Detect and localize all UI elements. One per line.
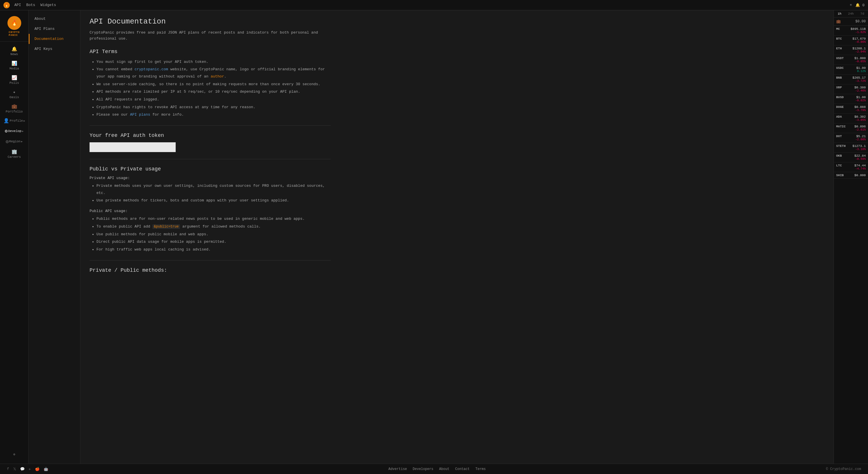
coin-symbol: MC [836, 27, 840, 31]
sidebar-item-profile[interactable]: 👤 Profile ▶ [0, 116, 28, 126]
settings-item[interactable]: ⚙ [12, 450, 17, 459]
coin-change: 0.12% [857, 70, 866, 73]
nav-right: ☀ 🔔 0 [849, 3, 865, 7]
terms-item-3: We use server-side caching, so there is … [96, 81, 325, 88]
nav-api[interactable]: API [14, 3, 21, 7]
public-list: Public methods are for non-user related … [90, 216, 325, 253]
coin-symbol: BTC [836, 37, 842, 40]
coin-price: $0.896 [854, 125, 866, 128]
footer-contact[interactable]: Contact [455, 467, 470, 471]
coin-item-dot[interactable]: DOT $5.21 -2.00% [834, 133, 868, 143]
coin-price: $265.17 [852, 76, 866, 80]
coin-price: $1288.1 [852, 47, 866, 50]
coin-price: $1.000 [854, 57, 866, 60]
sidebar-item-media[interactable]: 📊 Media [0, 58, 28, 72]
time-tab-7d[interactable]: 7d [857, 10, 868, 17]
footer-links: Advertise Developers About Contact Terms [389, 467, 486, 471]
main-layout: 🔥 CRYPTOPANIC 🔔 News 📊 Media 📈 Polls ✦ O… [0, 10, 868, 464]
footer-social: f 𝕏 💬 ✈ 🍎 🤖 [7, 467, 48, 471]
coin-price: $5.21 [856, 134, 866, 138]
coin-item-eth[interactable]: ETH $1288.1 -2.94% [834, 45, 868, 55]
twitter-icon[interactable]: 𝕏 [13, 467, 16, 471]
coin-change: -2.94% [856, 50, 866, 53]
time-tab-24h[interactable]: 24h [845, 10, 857, 17]
intro-text: CryptoPanic provides free and paid JSON … [90, 30, 325, 42]
sidebar-label-oasis: Oasis [9, 96, 19, 99]
coin-item-busd[interactable]: BUSD $1.00 -0.02% [834, 94, 868, 104]
profile-arrow-icon: ▶ [24, 119, 25, 123]
coin-item-usdt[interactable]: USDT $1.000 -0.05% [834, 55, 868, 65]
coin-item-usdc[interactable]: USDC $1.00 0.12% [834, 65, 868, 74]
sidebar-item-careers[interactable]: 🏢 Careers [0, 147, 28, 161]
private-item-2: Use private methods for tickers, bots an… [96, 197, 325, 204]
coin-item-okb[interactable]: OKB $22.84 -0.59% [834, 153, 868, 162]
coin-symbol: STETH [836, 144, 846, 148]
footer-terms[interactable]: Terms [475, 467, 486, 471]
coin-symbol: ETH [836, 47, 842, 50]
coin-price: $895.11B [850, 27, 866, 31]
header-price: $0.00 [856, 20, 866, 24]
footer-developers[interactable]: Developers [413, 467, 433, 471]
divider-1 [90, 125, 331, 126]
footer-advertise[interactable]: Advertise [389, 467, 407, 471]
telegram-icon[interactable]: ✈ [29, 467, 31, 471]
coin-price: $17,679 [852, 37, 866, 40]
subsidebar-api-plans[interactable]: API Plans [29, 24, 80, 34]
nav-widgets[interactable]: Widgets [40, 3, 56, 7]
coins-list: MC $895.11B -1.62% BTC $17,679 -0.86% ET… [834, 26, 868, 179]
terms-item-1: You must sign up first to get your API a… [96, 59, 325, 66]
api-terms-title: API Terms [90, 49, 825, 55]
main-content: API Documentation CryptoPanic provides f… [81, 10, 834, 464]
private-item-1: Private methods uses your own user setti… [96, 183, 325, 196]
sidebar-logo[interactable]: 🔥 CRYPTOPANIC [0, 13, 28, 41]
sidebar-item-develop[interactable]: ⚙ Develop ▶ [0, 126, 28, 136]
time-tab-1h[interactable]: 1h [834, 10, 845, 17]
subsidebar-about[interactable]: About [29, 14, 80, 24]
cryptopanic-link[interactable]: cryptopanic.com [135, 67, 168, 71]
coin-item-ltc[interactable]: LTC $74.44 -4.74% [834, 162, 868, 172]
coin-item-bnb[interactable]: BNB $265.17 -3.72% [834, 74, 868, 84]
subsidebar-documentation[interactable]: Documentation [29, 34, 80, 44]
apple-icon[interactable]: 🍎 [35, 467, 40, 471]
public-item-1: Public methods are for non-user related … [96, 216, 325, 223]
sidebar-item-portfolio[interactable]: 💼 Portfolio [0, 101, 28, 116]
discord-icon[interactable]: 💬 [20, 467, 25, 471]
region-icon: ◎ [6, 138, 9, 144]
terms-item-2: You cannot embed cryptopanic.com website… [96, 66, 325, 80]
sidebar-item-oasis[interactable]: ✦ Oasis [0, 87, 28, 101]
terms-list: You must sign up first to get your API a… [90, 59, 325, 119]
android-icon[interactable]: 🤖 [43, 467, 48, 471]
api-token-input[interactable] [90, 142, 176, 152]
top-navigation: 🔥 API Bots Widgets ☀ 🔔 0 [0, 0, 868, 10]
theme-icon[interactable]: ☀ [849, 3, 852, 7]
api-plans-link[interactable]: API plans [130, 113, 150, 117]
coin-change: -2.61% [856, 128, 866, 131]
footer-about[interactable]: About [439, 467, 450, 471]
facebook-icon[interactable]: f [7, 467, 9, 471]
notification-badge[interactable]: 🔔 0 [856, 3, 865, 7]
sidebar-item-news[interactable]: 🔔 News [0, 44, 28, 58]
coin-item-doge[interactable]: DOGE $0.088 -3.79% [834, 104, 868, 114]
nav-bots[interactable]: Bots [26, 3, 35, 7]
coin-item-xrp[interactable]: XRP $0.380 -2.46% [834, 84, 868, 94]
coin-item-shib[interactable]: SHIB $0.000 [834, 172, 868, 179]
divider-2 [90, 159, 331, 159]
coin-item-steth[interactable]: STETH $1273.1 -3.10% [834, 143, 868, 153]
coin-symbol: BNB [836, 76, 842, 80]
sidebar-bottom: ⚙ [0, 448, 28, 461]
sidebar-item-polls[interactable]: 📈 Polls [0, 72, 28, 87]
footer: f 𝕏 💬 ✈ 🍎 🤖 Advertise Developers About C… [0, 464, 868, 474]
coin-item-matic[interactable]: MATIC $0.896 -2.61% [834, 123, 868, 133]
author-link[interactable]: author [211, 74, 224, 78]
coin-change: -0.02% [856, 99, 866, 102]
logo-icon: 🔥 [3, 2, 10, 8]
coin-item-ada[interactable]: ADA $0.302 -3.05% [834, 114, 868, 123]
subsidebar-api-keys[interactable]: API Keys [29, 44, 80, 54]
coin-item-mc[interactable]: MC $895.11B -1.62% [834, 26, 868, 36]
coin-price: $0.380 [854, 86, 866, 89]
coin-change: -3.79% [856, 109, 866, 112]
coin-item-btc[interactable]: BTC $17,679 -0.86% [834, 36, 868, 45]
logo-area[interactable]: 🔥 [3, 2, 10, 8]
sidebar-item-region[interactable]: ◎ Region ▶ [0, 136, 28, 147]
price-header: 💼 $0.00 [834, 18, 868, 26]
